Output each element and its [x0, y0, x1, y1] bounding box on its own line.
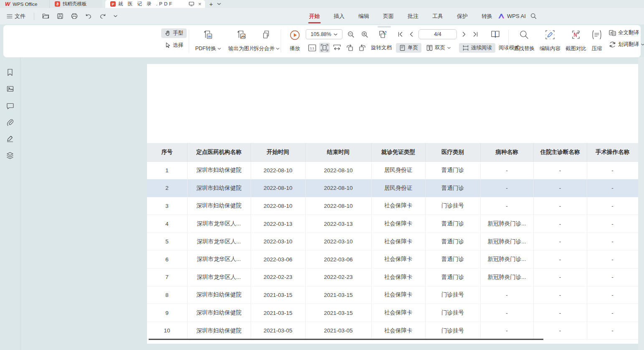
fit-page-button[interactable]	[319, 43, 330, 53]
redo-button[interactable]	[97, 12, 108, 20]
zoom-level-select[interactable]: 105.88%	[306, 29, 342, 39]
ribbon-collapse-handle[interactable]	[378, 26, 391, 28]
pdf-convert-button[interactable]: W PDF转换	[190, 29, 226, 54]
word-translate-button[interactable]: A文 划词翻译	[608, 41, 644, 49]
save-icon	[57, 13, 63, 19]
split-merge-icon	[261, 30, 271, 41]
menu-tab-edit[interactable]: 编辑	[357, 11, 370, 22]
select-tool-button[interactable]: 选择	[161, 41, 187, 50]
tab-label: WPS Office	[13, 2, 37, 7]
table-cell: 门诊挂号	[425, 197, 480, 215]
vertical-scrollbar[interactable]	[638, 57, 644, 350]
menu-tab-page[interactable]: 页面	[382, 11, 395, 22]
thumbnail-icon[interactable]	[5, 84, 15, 93]
file-menu-button[interactable]: 文件	[4, 11, 28, 22]
first-page-button[interactable]	[396, 29, 404, 39]
document-workspace: 序号定点医药机构名称开始时间结束时间就诊凭证类型医疗类别病种名称住院主诊断名称手…	[0, 57, 644, 350]
comment-icon[interactable]	[5, 101, 15, 110]
rotate-left-button[interactable]	[344, 43, 355, 53]
menu-tab-tools[interactable]: 工具	[431, 11, 444, 22]
layers-icon[interactable]	[5, 151, 15, 160]
save-button[interactable]	[55, 12, 66, 20]
table-cell: 2021-03-15	[251, 304, 305, 322]
rotate-right-button[interactable]	[357, 43, 368, 53]
table-cell: 深圳市妇幼保健院	[187, 161, 251, 179]
table-cell: 2021-03-05	[251, 322, 305, 340]
table-cell: 新冠肺炎门诊...	[480, 232, 533, 250]
chevron-down-icon	[447, 47, 451, 49]
page-number-input[interactable]: 4/4	[418, 29, 457, 39]
split-merge-label: 拆分合并	[254, 45, 275, 52]
last-page-button[interactable]	[471, 29, 479, 39]
fit-width-button[interactable]	[332, 43, 342, 53]
play-button[interactable]: 播放	[284, 29, 306, 54]
split-merge-button[interactable]: 拆分合并	[249, 29, 284, 54]
table-cell: 2022-03-06	[305, 250, 371, 268]
menu-tab-insert[interactable]: 插入	[333, 11, 345, 22]
chevron-down-icon	[641, 43, 644, 46]
continuous-read-button[interactable]: 连续阅读	[459, 43, 495, 53]
table-cell: 新冠肺炎门诊...	[480, 215, 533, 233]
menu-tab-convert[interactable]: 转换	[481, 11, 493, 22]
table-row: 9深圳市妇幼保健院2021-03-152021-03-15社会保障卡门诊挂号--…	[147, 304, 638, 322]
read-mode-icon[interactable]	[490, 29, 501, 39]
document-tab-bar: W WPS Office ϑ 找稻壳模板 P 就 医 记 录 .PDF × +	[0, 0, 644, 8]
hand-icon	[165, 30, 171, 36]
zoom-level-value: 105.88%	[311, 31, 331, 37]
next-page-button[interactable]	[460, 29, 468, 39]
print-button[interactable]	[69, 12, 80, 20]
signature-icon[interactable]	[5, 134, 15, 143]
zoom-out-button[interactable]	[345, 29, 356, 39]
open-file-button[interactable]	[40, 12, 51, 20]
full-translate-button[interactable]: A文 全文翻译	[608, 29, 644, 37]
continuous-read-icon	[462, 45, 469, 51]
actual-size-button[interactable]: 1:1	[307, 43, 317, 53]
table-cell: 社会保障卡	[371, 268, 425, 286]
wps-ai-button[interactable]: WPS AI	[498, 8, 526, 24]
more-actions-button[interactable]	[112, 14, 119, 18]
single-page-button[interactable]: 单页	[396, 43, 421, 53]
rotate-pages-button[interactable]	[377, 29, 388, 39]
prev-page-button[interactable]	[407, 29, 416, 39]
table-row: 1深圳市妇幼保健院2022-08-102022-08-10居民身份证普通门诊--…	[147, 161, 638, 179]
table-cell: 8	[147, 286, 187, 304]
toolbar-ribbon: 手型 选择 W PDF转换 输出为图片 拆分合并 播放 105.88%	[3, 25, 641, 57]
tab-document[interactable]: P 就 医 记 录 .PDF ×	[105, 0, 205, 8]
document-title: 就 医 记 录 .PDF	[118, 1, 186, 7]
table-cell: -	[533, 304, 587, 322]
divider	[34, 13, 34, 20]
play-label: 播放	[290, 45, 300, 52]
table-cell: 深圳市龙华区人...	[187, 232, 251, 250]
screenshot-compare-button[interactable]: 截图对比	[563, 29, 589, 54]
edit-content-button[interactable]: 编辑内容	[537, 29, 563, 54]
zoom-in-button[interactable]	[359, 29, 370, 39]
close-icon[interactable]: ×	[197, 1, 203, 7]
table-cell: 4	[147, 215, 187, 233]
table-row: 2深圳市妇幼保健院2022-08-102022-08-10居民身份证普通门诊--…	[147, 179, 638, 197]
menu-tab-comment[interactable]: 批注	[407, 11, 419, 22]
hand-tool-button[interactable]: 手型	[161, 28, 187, 38]
table-cell: 2022-03-10	[251, 232, 305, 250]
table-cell: 社会保障卡	[371, 215, 425, 233]
find-replace-button[interactable]: 查找替换	[510, 29, 538, 54]
compress-button[interactable]: 压缩	[587, 29, 606, 54]
attachment-icon[interactable]	[5, 118, 15, 127]
double-page-button[interactable]: 双页	[423, 43, 454, 53]
continuous-read-label: 连续阅读	[471, 44, 492, 51]
global-search-button[interactable]	[530, 8, 537, 24]
screen-icon[interactable]	[189, 2, 194, 6]
divider	[508, 30, 509, 53]
undo-button[interactable]	[83, 12, 94, 20]
menu-tab-home[interactable]: 开始	[308, 11, 321, 22]
bookmark-icon[interactable]	[5, 68, 15, 77]
rotate-doc-label[interactable]: 旋转文档	[369, 44, 394, 51]
tab-docer-templates[interactable]: ϑ 找稻壳模板	[49, 0, 102, 8]
tab-wps-office[interactable]: W WPS Office	[0, 0, 49, 8]
table-cell: 深圳市妇幼保健院	[187, 304, 251, 322]
svg-text:A: A	[613, 42, 615, 45]
divider	[281, 30, 281, 53]
table-cell: 深圳市妇幼保健院	[187, 179, 251, 197]
tab-list-chevron-icon[interactable]	[217, 3, 221, 5]
new-tab-icon[interactable]: +	[209, 1, 213, 7]
menu-tab-protect[interactable]: 保护	[456, 11, 469, 22]
